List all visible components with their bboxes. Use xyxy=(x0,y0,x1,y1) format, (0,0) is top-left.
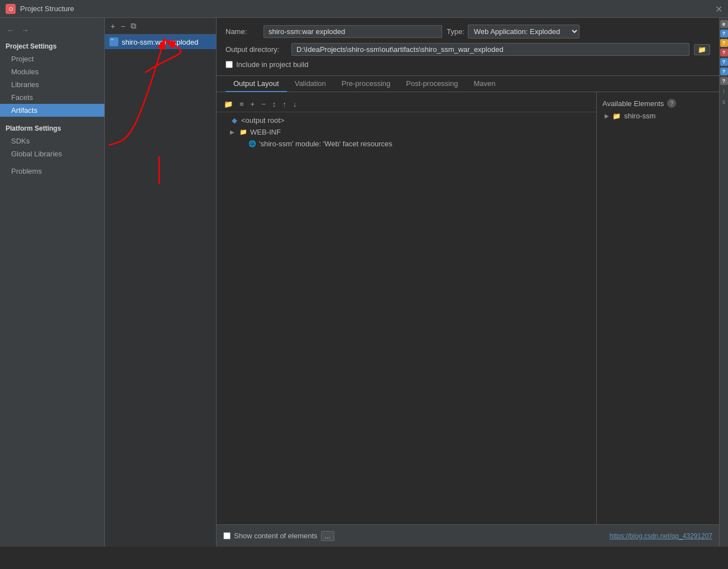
dots-button[interactable]: ... xyxy=(321,531,334,541)
name-label: Name: xyxy=(226,27,259,36)
artifact-item-shiro-ssm[interactable]: shiro-ssm:war exploded xyxy=(105,35,216,49)
output-root-label: <output root> xyxy=(241,116,284,125)
tree-folder-btn[interactable]: 📁 xyxy=(221,99,236,109)
include-checkbox[interactable] xyxy=(226,61,233,68)
type-container: Type: Web Application: Exploded xyxy=(447,25,579,39)
sidebar-item-artifacts[interactable]: Artifacts xyxy=(0,104,104,117)
artifact-list-panel: + − ⧉ shiro-ssm:war exploded xyxy=(105,18,217,547)
tab-validation[interactable]: Validation xyxy=(287,76,334,92)
svg-text:⬡: ⬡ xyxy=(9,7,13,12)
form-area: Name: Type: Web Application: Exploded Ou… xyxy=(217,18,719,76)
app-icon: ⬡ xyxy=(6,4,16,14)
tree-add-btn[interactable]: + xyxy=(248,99,258,109)
add-artifact-button[interactable]: + xyxy=(108,21,117,32)
available-elements-label: Available Elements xyxy=(602,99,664,108)
bottom-bar: Show content of elements ... https://blo… xyxy=(217,524,719,547)
output-dir-label: Output directory: xyxy=(226,45,287,54)
avail-folder-icon: 📁 xyxy=(612,112,621,120)
include-row: Include in project build xyxy=(226,60,710,69)
artifact-icon xyxy=(109,37,118,46)
type-select[interactable]: Web Application: Exploded xyxy=(468,25,579,39)
window-title: Project Structure xyxy=(20,4,74,13)
gutter-badge-1[interactable]: e xyxy=(720,20,728,28)
output-layout-content: 📁 ≡ + − ↕ ↑ ↓ ◆ <output root> ▶ 📁 xyxy=(217,92,719,524)
sidebar-item-modules[interactable]: Modules xyxy=(0,65,104,78)
avail-shiro-ssm-label: shiro-ssm xyxy=(624,112,655,120)
tab-maven[interactable]: Maven xyxy=(466,76,503,92)
shiro-module-label: 'shiro-ssm' module: 'Web' facet resource… xyxy=(259,140,392,148)
include-label: Include in project build xyxy=(236,60,308,69)
avail-expand-arrow: ▶ xyxy=(605,113,609,119)
tree-node-web-inf[interactable]: ▶ 📁 WEB-INF xyxy=(217,126,596,138)
name-input[interactable] xyxy=(264,25,442,38)
gutter-badge-4[interactable]: ? xyxy=(720,49,728,56)
gutter-badge-7[interactable]: ? xyxy=(720,77,728,85)
root-icon: ◆ xyxy=(230,117,239,125)
folder-icon: 📁 xyxy=(239,128,248,136)
gutter-badge-6[interactable]: ? xyxy=(720,68,728,75)
tree-list-btn[interactable]: ≡ xyxy=(237,99,247,109)
sidebar-item-sdks[interactable]: SDKs xyxy=(0,135,104,147)
show-content-row: Show content of elements ... xyxy=(223,531,334,541)
sidebar-item-project[interactable]: Project xyxy=(0,52,104,65)
tree-sort-btn[interactable]: ↕ xyxy=(270,99,279,109)
browse-dir-button[interactable]: 📁 xyxy=(694,44,710,55)
web-facet-icon: 🌐 xyxy=(248,140,257,148)
gutter-ws: s xyxy=(721,97,727,106)
tree-up-btn[interactable]: ↑ xyxy=(280,99,289,109)
copy-artifact-button[interactable]: ⧉ xyxy=(128,20,138,32)
type-label: Type: xyxy=(447,27,464,36)
gutter-badge-2[interactable]: ? xyxy=(720,30,728,37)
artifact-toolbar: + − ⧉ xyxy=(105,18,216,35)
bottom-url[interactable]: https://blog.csdn.net/qq_43291207 xyxy=(610,532,712,540)
tree-panel: 📁 ≡ + − ↕ ↑ ↓ ◆ <output root> ▶ 📁 xyxy=(217,92,596,524)
tree-down-btn[interactable]: ↓ xyxy=(290,99,300,109)
main-container: ← → Project Settings Project Modules Lib… xyxy=(0,18,728,547)
tree-expand-arrow: ▶ xyxy=(230,129,237,135)
help-icon[interactable]: ? xyxy=(667,99,676,108)
tab-pre-processing[interactable]: Pre-processing xyxy=(334,76,398,92)
show-content-checkbox[interactable] xyxy=(223,532,231,539)
platform-settings-label: Platform Settings xyxy=(0,121,104,135)
sidebar-item-problems[interactable]: Problems xyxy=(0,165,104,178)
tree-node-output-root[interactable]: ◆ <output root> xyxy=(217,114,596,126)
forward-button[interactable]: → xyxy=(19,25,31,36)
project-settings-label: Project Settings xyxy=(0,39,104,52)
tree-node-shiro-module[interactable]: 🌐 'shiro-ssm' module: 'Web' facet resour… xyxy=(217,138,596,150)
name-row: Name: Type: Web Application: Exploded xyxy=(226,25,710,39)
sidebar-nav: ← → xyxy=(0,22,104,39)
show-content-label: Show content of elements xyxy=(234,532,318,540)
available-panel: Available Elements ? ▶ 📁 shiro-ssm xyxy=(596,92,719,524)
tab-output-layout[interactable]: Output Layout xyxy=(226,76,287,92)
tabs-bar: Output Layout Validation Pre-processing … xyxy=(217,76,719,92)
close-button[interactable]: ✕ xyxy=(715,3,722,14)
right-gutter: e ? ? ? ? ? ? i s xyxy=(719,18,728,547)
available-header: Available Elements ? xyxy=(597,97,719,110)
tree-toolbar: 📁 ≡ + − ↕ ↑ ↓ xyxy=(217,97,596,112)
gutter-badge-5[interactable]: ? xyxy=(720,58,728,66)
sidebar-item-libraries[interactable]: Libraries xyxy=(0,78,104,91)
web-inf-label: WEB-INF xyxy=(250,128,281,136)
svg-rect-3 xyxy=(111,39,114,40)
sidebar-item-global-libraries[interactable]: Global Libraries xyxy=(0,147,104,160)
sidebar-item-facets[interactable]: Facets xyxy=(0,91,104,104)
available-item-shiro-ssm[interactable]: ▶ 📁 shiro-ssm xyxy=(597,110,719,122)
sidebar: ← → Project Settings Project Modules Lib… xyxy=(0,18,105,547)
gutter-badge-3[interactable]: ? xyxy=(720,39,728,47)
svg-rect-2 xyxy=(111,40,117,45)
title-bar: ⬡ Project Structure ✕ xyxy=(0,0,728,18)
artifact-label: shiro-ssm:war exploded xyxy=(122,38,198,46)
tab-post-processing[interactable]: Post-processing xyxy=(398,76,466,92)
output-dir-input[interactable] xyxy=(291,43,689,56)
back-button[interactable]: ← xyxy=(4,25,17,36)
remove-artifact-button[interactable]: − xyxy=(118,21,127,32)
tree-remove-btn[interactable]: − xyxy=(258,99,269,109)
gutter-info: i xyxy=(722,87,725,95)
main-content: Name: Type: Web Application: Exploded Ou… xyxy=(217,18,719,547)
output-dir-row: Output directory: 📁 xyxy=(226,43,710,56)
